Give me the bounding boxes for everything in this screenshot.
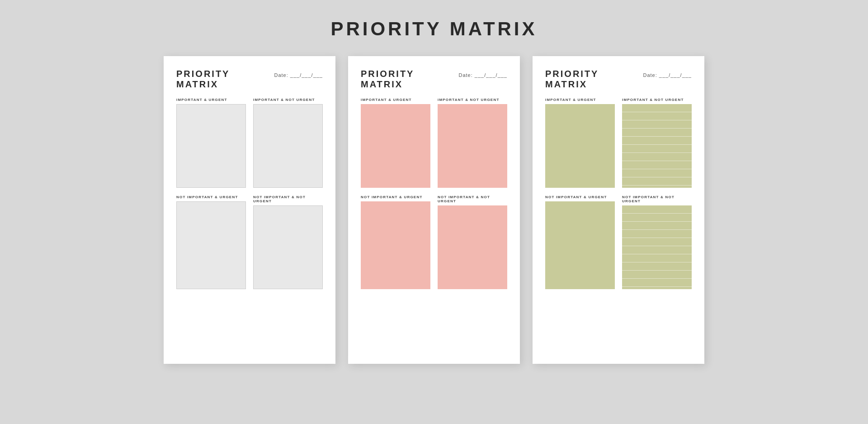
quadrant-box-3-br[interactable]: [622, 205, 692, 289]
quadrant-box-2-bl[interactable]: [361, 201, 430, 289]
matrix-card-3: PRIORITY MATRIX Date: ___/___/___ IMPORT…: [533, 56, 704, 364]
quadrant-label-1-tl: IMPORTANT & URGENT: [176, 98, 246, 102]
matrix-grid-1: IMPORTANT & URGENT IMPORTANT & NOT URGEN…: [176, 98, 323, 289]
matrix-grid-2: IMPORTANT & URGENT IMPORTANT & NOT URGEN…: [361, 98, 507, 289]
quadrant-2-br: NOT IMPORTANT & NOT URGENT: [438, 195, 507, 289]
quadrant-box-2-tr[interactable]: [438, 104, 507, 188]
card-2-date: Date: ___/___/___: [458, 72, 507, 78]
quadrant-1-tr: IMPORTANT & NOT URGENT: [253, 98, 323, 188]
quadrant-3-br: NOT IMPORTANT & NOT URGENT: [622, 195, 692, 289]
quadrant-2-tr: IMPORTANT & NOT URGENT: [438, 98, 507, 188]
quadrant-label-3-br: NOT IMPORTANT & NOT URGENT: [622, 195, 692, 203]
card-1-date: Date: ___/___/___: [274, 72, 323, 78]
quadrant-label-2-tl: IMPORTANT & URGENT: [361, 98, 430, 102]
quadrant-3-bl: NOT IMPORTANT & URGENT: [545, 195, 615, 289]
quadrant-2-bl: NOT IMPORTANT & URGENT: [361, 195, 430, 289]
quadrant-box-1-tr[interactable]: [253, 104, 323, 188]
cards-container: PRIORITY MATRIX Date: ___/___/___ IMPORT…: [164, 56, 704, 364]
matrix-card-1: PRIORITY MATRIX Date: ___/___/___ IMPORT…: [164, 56, 335, 364]
quadrant-label-1-br: NOT IMPORTANT & NOT URGENT: [253, 195, 323, 203]
page-title: PRIORITY MATRIX: [330, 18, 537, 40]
quadrant-label-3-bl: NOT IMPORTANT & URGENT: [545, 195, 615, 199]
quadrant-box-3-tr[interactable]: [622, 104, 692, 188]
quadrant-label-1-bl: NOT IMPORTANT & URGENT: [176, 195, 246, 199]
quadrant-2-tl: IMPORTANT & URGENT: [361, 98, 430, 188]
quadrant-box-3-bl[interactable]: [545, 201, 615, 289]
quadrant-1-bl: NOT IMPORTANT & URGENT: [176, 195, 246, 289]
quadrant-box-3-tl[interactable]: [545, 104, 615, 188]
quadrant-label-1-tr: IMPORTANT & NOT URGENT: [253, 98, 323, 102]
card-3-title: PRIORITY MATRIX: [545, 69, 643, 90]
card-1-title: PRIORITY MATRIX: [176, 69, 274, 90]
quadrant-1-tl: IMPORTANT & URGENT: [176, 98, 246, 188]
matrix-grid-3: IMPORTANT & URGENT IMPORTANT & NOT URGEN…: [545, 98, 692, 289]
matrix-card-2: PRIORITY MATRIX Date: ___/___/___ IMPORT…: [348, 56, 520, 364]
card-header-2: PRIORITY MATRIX Date: ___/___/___: [361, 69, 507, 90]
card-3-date: Date: ___/___/___: [643, 72, 692, 78]
quadrant-3-tr: IMPORTANT & NOT URGENT: [622, 98, 692, 188]
quadrant-label-2-tr: IMPORTANT & NOT URGENT: [438, 98, 507, 102]
quadrant-box-2-br[interactable]: [438, 205, 507, 289]
quadrant-3-tl: IMPORTANT & URGENT: [545, 98, 615, 188]
quadrant-box-1-bl[interactable]: [176, 201, 246, 289]
quadrant-box-2-tl[interactable]: [361, 104, 430, 188]
quadrant-1-br: NOT IMPORTANT & NOT URGENT: [253, 195, 323, 289]
quadrant-label-2-bl: NOT IMPORTANT & URGENT: [361, 195, 430, 199]
card-header-3: PRIORITY MATRIX Date: ___/___/___: [545, 69, 692, 90]
quadrant-label-2-br: NOT IMPORTANT & NOT URGENT: [438, 195, 507, 203]
quadrant-box-1-br[interactable]: [253, 205, 323, 289]
card-header-1: PRIORITY MATRIX Date: ___/___/___: [176, 69, 323, 90]
card-2-title: PRIORITY MATRIX: [361, 69, 458, 90]
quadrant-box-1-tl[interactable]: [176, 104, 246, 188]
quadrant-label-3-tl: IMPORTANT & URGENT: [545, 98, 615, 102]
quadrant-label-3-tr: IMPORTANT & NOT URGENT: [622, 98, 692, 102]
